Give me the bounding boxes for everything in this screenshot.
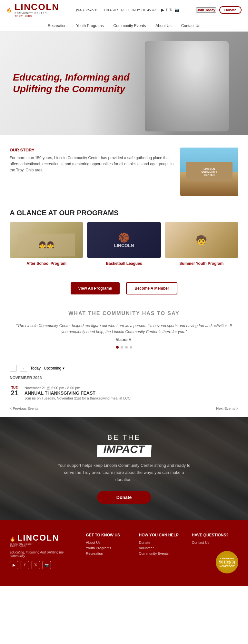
- footer-flame-icon: 🔥: [10, 536, 15, 542]
- impact-content: BE THE IMPACT Your support helps keep Li…: [56, 433, 192, 504]
- hero-section: Educating, Informing and Uplifting the C…: [0, 32, 248, 135]
- footer-facebook-icon[interactable]: f: [21, 561, 29, 569]
- footer-donate-link[interactable]: Donate: [139, 541, 185, 544]
- hero-content: Educating, Informing and Uplifting the C…: [0, 59, 148, 108]
- footer-youtube-icon[interactable]: ▶: [10, 561, 18, 569]
- nav-youth-programs[interactable]: Youth Programs: [76, 24, 104, 28]
- upcoming-button[interactable]: Upcoming ▾: [44, 366, 64, 370]
- donate-button-impact[interactable]: Donate: [97, 491, 151, 504]
- social-icons: ▶ f 𝕏 📷: [161, 8, 179, 12]
- program-card-afterschool: 👧👧 After School Program: [10, 222, 83, 266]
- phone-number[interactable]: (937) 335-2715: [76, 8, 98, 12]
- footer-col-logo: 🔥 LINCOLN community center TROY, OHIO Ed…: [10, 533, 79, 573]
- dot-4[interactable]: [130, 346, 132, 349]
- events-navigation: ‹ › Today Upcoming ▾: [10, 365, 238, 372]
- twitter-icon[interactable]: 𝕏: [169, 8, 173, 12]
- prev-arrow[interactable]: ‹: [10, 365, 17, 372]
- footer-col-questions: HAVE QUESTIONS? Contact Us CERTIFIED 501…: [192, 533, 238, 573]
- event-info: November 21 @ 6:00 pm - 8:00 pm ANNUAL T…: [25, 386, 238, 400]
- impact-section: BE THE IMPACT Your support helps keep Li…: [0, 417, 248, 520]
- footer-twitter-icon[interactable]: 𝕏: [32, 561, 40, 569]
- flame-icon: 🔥: [6, 7, 12, 13]
- footer-about-link[interactable]: About Us: [86, 541, 132, 544]
- testimonial-dots: [13, 346, 235, 349]
- footer-logo-sub: community center: [10, 543, 79, 545]
- nav-about-us[interactable]: About Us: [155, 24, 171, 28]
- nav-contact-us[interactable]: Contact Us: [181, 24, 200, 28]
- program-card-summer: 🧒 Summer Youth Program: [165, 222, 238, 266]
- footer-col2-title: HOW YOU CAN HELP: [139, 533, 185, 537]
- event-row: TUE 21 November 21 @ 6:00 pm - 8:00 pm A…: [10, 383, 238, 403]
- footer-social-icons: ▶ f 𝕏 📷: [10, 561, 79, 569]
- cta-buttons: View All Programs Become A Member: [0, 276, 248, 301]
- building-image: LINCOLNCOMMUNITYCENTER: [180, 148, 238, 196]
- donate-button-top[interactable]: Donate: [219, 6, 242, 14]
- nav-recreation[interactable]: Recreation: [48, 24, 66, 28]
- event-desc: Join us on Tuesday, November 21st for a …: [25, 396, 238, 400]
- footer-volunteer-link[interactable]: Volunteer: [139, 546, 185, 550]
- logo[interactable]: 🔥 LINCOLN community center TROY, OHIO: [6, 3, 59, 17]
- programs-title: A GLANCE AT OUR PROGRAMS: [10, 209, 238, 217]
- join-today-button[interactable]: Join Today: [196, 7, 216, 13]
- top-bar: 🔥 LINCOLN community center TROY, OHIO (9…: [0, 0, 248, 32]
- impact-word: IMPACT: [100, 443, 148, 455]
- footer-logo-name: LINCOLN: [17, 533, 59, 543]
- footer-youth-link[interactable]: Youth Programs: [86, 546, 132, 550]
- footer: 🔥 LINCOLN community center TROY, OHIO Ed…: [0, 520, 248, 586]
- cert-badge: CERTIFIED 501(c)(3) NONPROFIT: [216, 551, 238, 573]
- main-navigation: Recreation Youth Programs Community Even…: [0, 20, 248, 32]
- events-section: ‹ › Today Upcoming ▾ NOVEMBER 2023 TUE 2…: [0, 358, 248, 417]
- next-events-link[interactable]: Next Events >: [216, 407, 238, 410]
- month-label: NOVEMBER 2023: [10, 376, 238, 380]
- footer-grid: 🔥 LINCOLN community center TROY, OHIO Ed…: [10, 533, 238, 573]
- programs-grid: 👧👧 After School Program 🏀 LINCOLN Basket…: [10, 222, 238, 266]
- story-text: For more than 150 years, Lincoln Communi…: [10, 155, 174, 174]
- footer-col-help: HOW YOU CAN HELP Donate Volunteer Commun…: [139, 533, 185, 573]
- footer-community-link[interactable]: Community Events: [139, 552, 185, 555]
- event-name[interactable]: ANNUAL THANKSGIVING FEAST: [25, 390, 238, 396]
- next-arrow[interactable]: ›: [20, 365, 27, 372]
- view-all-programs-button[interactable]: View All Programs: [71, 282, 120, 294]
- footer-col-know-us: GET TO KNOW US About Us Youth Programs R…: [86, 533, 132, 573]
- logo-name: LINCOLN: [15, 3, 59, 12]
- nav-community-events[interactable]: Community Events: [114, 24, 146, 28]
- cert-line1: CERTIFIED: [220, 557, 234, 560]
- youtube-icon[interactable]: ▶: [161, 8, 164, 12]
- logo-sub: community center: [15, 12, 59, 14]
- footer-instagram-icon[interactable]: 📷: [43, 561, 51, 569]
- footer-col3-title: HAVE QUESTIONS?: [192, 533, 238, 537]
- testimonial-author: Alaura H.: [13, 338, 235, 342]
- dot-1[interactable]: [116, 346, 119, 349]
- prev-events-link[interactable]: < Previous Events: [10, 407, 38, 410]
- facebook-icon[interactable]: f: [166, 8, 167, 12]
- program-label-summer[interactable]: Summer Youth Program: [179, 261, 223, 266]
- programs-section: A GLANCE AT OUR PROGRAMS 👧👧 After School…: [0, 209, 248, 276]
- become-member-button[interactable]: Become A Member: [126, 282, 177, 294]
- instagram-icon[interactable]: 📷: [174, 8, 179, 12]
- story-section: OUR STORY For more than 150 years, Linco…: [0, 135, 248, 209]
- program-label-afterschool[interactable]: After School Program: [26, 261, 66, 266]
- testimonial-quote: "The Lincoln Community Center helped me …: [13, 323, 235, 335]
- footer-tagline: Educating, Informing And Uplifting the c…: [10, 551, 79, 558]
- program-label-basketball[interactable]: Basketball Leagues: [106, 261, 142, 266]
- events-footer: < Previous Events Next Events >: [10, 407, 238, 410]
- hero-title: Educating, Informing and Uplifting the C…: [13, 72, 135, 95]
- testimonial-title: WHAT THE COMMUNITY HAS TO SAY: [13, 311, 235, 316]
- footer-recreation-link[interactable]: Recreation: [86, 552, 132, 555]
- cert-line3: NONPROFIT: [219, 565, 234, 568]
- program-img-basketball: 🏀 LINCOLN: [87, 222, 161, 258]
- address: 110 ASH STREET, TROY, OH 45373: [104, 8, 156, 12]
- logo-city: TROY, OHIO: [15, 14, 59, 17]
- chevron-down-icon: ▾: [63, 366, 64, 370]
- program-img-summer: 🧒: [165, 222, 238, 258]
- be-the-text: BE THE: [56, 433, 192, 442]
- today-button[interactable]: Today: [30, 366, 41, 370]
- story-label: OUR STORY: [10, 148, 174, 152]
- cert-line2: 501(c)(3): [219, 560, 235, 564]
- dot-2[interactable]: [121, 346, 123, 349]
- footer-contact-link[interactable]: Contact Us: [192, 541, 238, 544]
- event-time: November 21 @ 6:00 pm - 8:00 pm: [25, 386, 238, 390]
- footer-logo-city: TROY, OHIO: [10, 545, 79, 547]
- dot-3[interactable]: [125, 346, 128, 349]
- program-card-basketball: 🏀 LINCOLN Basketball Leagues: [87, 222, 161, 266]
